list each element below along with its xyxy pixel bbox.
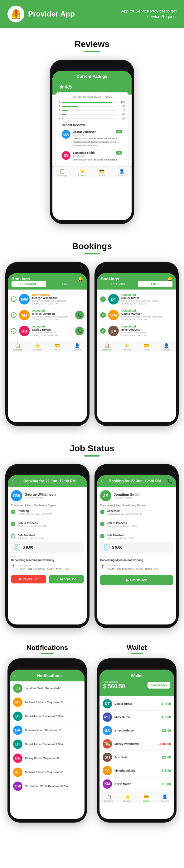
- notif-header: ‹ Notifications: [10, 670, 84, 681]
- booking-phone-btn-2[interactable]: 📞: [75, 311, 84, 319]
- job-step-1-2: ✓ Job In Process Job In Process 22 Jun, …: [11, 522, 84, 527]
- step-content-2-2: Job In Process Job In Process 22 Jun, 20…: [107, 522, 173, 527]
- notifications-section-title: Notifications: [27, 644, 68, 652]
- reviews-phone-row: Current Ratings ★ 4.5 Average Reviews by…: [0, 60, 184, 230]
- booking-phone-btn-3[interactable]: 📞: [75, 327, 84, 335]
- wallet-amount-1: $19.00: [161, 702, 171, 706]
- notif-avatar-7: MJ: [13, 768, 23, 777]
- tab-upcoming[interactable]: UPCOMING: [11, 281, 46, 287]
- wallet-name-7: Kevin Martin: [114, 782, 159, 785]
- send-money-button[interactable]: Send Money: [148, 682, 170, 688]
- address-icon-1: 📍: [11, 564, 16, 569]
- step-divider-3: [102, 517, 102, 522]
- notif-back-icon[interactable]: ‹: [14, 673, 15, 678]
- wallet-balance-amount: $ 560.50: [103, 683, 125, 690]
- account-icon: 👤: [119, 168, 125, 174]
- reject-icon: ✕: [19, 578, 21, 581]
- job-address-row-2: 📍 Job Address HOME - 234 Elm Street, Aus…: [100, 564, 173, 571]
- nav-reviews-w[interactable]: ⭐ Reviews: [118, 794, 137, 802]
- header-left: 🦺 Provider App: [7, 6, 75, 22]
- nav-bookings-3[interactable]: 📋 Bookings: [97, 343, 117, 351]
- reject-job-button[interactable]: ✕ Reject Job: [11, 575, 46, 583]
- bookings-past-phone: Bookings 🔔 UPCOMING PAST ✓ DT Completed …: [95, 262, 179, 426]
- job-header-title-2: Booking for 22 Jun, 12:30 PM: [105, 479, 165, 483]
- job-address-value-2: HOME - 234 Elm Street, Austin, 78701 USA: [107, 567, 158, 571]
- wallet-avatar-7: KM: [103, 779, 112, 789]
- booking-info-1: New Request George Williamson Equipment …: [32, 293, 84, 305]
- bookings-past-screen: Bookings 🔔 UPCOMING PAST ✓ DT Completed …: [97, 273, 176, 422]
- notifications-col: Notifications ‹ Notifications JS Jonatha…: [2, 634, 92, 823]
- past-date-2: 22 Jun, 2024 10:30 AM: [121, 318, 173, 321]
- wallet-balance-info: Total Balance $ 560.50: [103, 680, 125, 690]
- wallet-amount-5: $26.00: [161, 756, 171, 759]
- reviews-avg-text: Average Reviews by 247 People: [59, 95, 125, 98]
- booking-item-3: ✓ DB Accepted Davisy Brown Equipment / H…: [8, 323, 87, 339]
- job-step-1-3: Job Finished Job finished 25 Jun, 2024: [11, 534, 84, 539]
- past-avatar-3: BA: [108, 326, 119, 336]
- job-note-2: Harvesting Machine not working: [100, 559, 173, 562]
- wallet-title: Wallet: [103, 673, 170, 678]
- past-check-2: ✓: [100, 312, 106, 318]
- job-status-underline: [84, 455, 100, 457]
- price-icon-1: 🧾: [14, 544, 21, 551]
- nav-reviews-3[interactable]: ⭐ Reviews: [117, 343, 137, 351]
- job-actions-pending: ✕ Reject Job ✓ Accept Job: [11, 575, 84, 583]
- booking-status-2: Accepted: [32, 309, 73, 312]
- nav-wallet-3[interactable]: 💳 Wallet: [137, 343, 157, 351]
- job-user-row-1: GW George Williamson Service Provider: [11, 490, 84, 501]
- step-dot-1-2: ✓: [11, 522, 15, 526]
- nav-wallet-w[interactable]: 💳 Wallet: [137, 794, 156, 802]
- booking-date-1: 22 Jun, 2024 12:30 PM: [32, 302, 84, 305]
- phone-notch-2: [35, 266, 60, 271]
- nav-wallet[interactable]: 💳 Wallet: [92, 168, 112, 176]
- finish-job-button[interactable]: ▶ Finish Job: [100, 575, 173, 585]
- nav-account[interactable]: 👤 Account: [112, 168, 132, 176]
- bookings-upcoming-screen: Bookings 🔔 UPCOMING PAST GW New Request …: [8, 273, 87, 422]
- tab-upcoming-2[interactable]: UPCOMING: [101, 281, 135, 287]
- past-info-1: Completed Daniel Turner Equipment / Farm…: [121, 293, 173, 305]
- nav-bookings[interactable]: 📋 Bookings: [52, 168, 72, 176]
- address-icon-2: 📍: [100, 564, 105, 569]
- job-header-title-1: Booking for 22 Jun, 12:30 PM: [16, 479, 83, 483]
- reviews-phone-header: Current Ratings: [52, 71, 132, 83]
- back-icon-2[interactable]: ‹: [101, 478, 102, 484]
- job-user-sub-2: Service Provider: [114, 496, 140, 499]
- notif-item-5: DT Daniel Turner Reviewed 4 Star...: [10, 737, 84, 751]
- bar-row-2: 2 35: [59, 105, 125, 108]
- nav-reviews-2[interactable]: ⭐ Reviews: [28, 343, 48, 351]
- nav-bookings-w[interactable]: 📋 Bookings: [100, 794, 118, 802]
- past-booking-item-3: ✓ BA Completed Brian Anderson Equipment …: [97, 323, 176, 339]
- notif-text-3: Daniel Turner Reviewed 5 Star...: [25, 715, 81, 718]
- accept-job-button[interactable]: ✓ Accept Job: [49, 575, 84, 583]
- nav-account-3[interactable]: 👤 Account: [157, 343, 177, 351]
- job-status-phone-row: ‹ Booking for 22 Jun, 12:30 PM GW George…: [0, 464, 184, 634]
- job-step-2-1: ✓ Accepted Accepted 22 Jun, 2024, 03:00 …: [100, 509, 173, 515]
- past-avatar-2: GM: [108, 310, 119, 320]
- notifications-underline: [41, 653, 54, 654]
- current-ratings-title: Current Ratings: [77, 74, 107, 79]
- nav-wallet-2[interactable]: 💳 Wallet: [47, 343, 68, 351]
- booking-avatar-3: DB: [19, 326, 30, 336]
- review-avatar-2: SS: [62, 151, 71, 160]
- job-phone-icon-2[interactable]: 📞: [167, 478, 173, 484]
- nav-reviews[interactable]: ⭐ Reviews: [72, 168, 92, 176]
- booking-avatar-1: GW: [19, 294, 30, 305]
- job-user-avatar-1: GW: [11, 490, 22, 501]
- job-pending-header: ‹ Booking for 22 Jun, 12:30 PM: [8, 475, 87, 487]
- nav-account-2[interactable]: 👤 Account: [68, 343, 87, 351]
- notif-text-2: Michael Johnson Requested !!: [25, 701, 81, 704]
- wallet-name-6: Timothy Adams: [114, 769, 159, 772]
- tab-past[interactable]: PAST: [49, 281, 83, 287]
- wallet-avatar-5: SH: [103, 753, 112, 762]
- notif-text-8: Christopher White Reviewed 5 Star...: [25, 785, 81, 788]
- step-content-2-3: Job Finished Job finished 25 Jun, 2024: [107, 534, 173, 539]
- back-icon-1[interactable]: ‹: [11, 478, 13, 484]
- tab-past-2[interactable]: PAST: [138, 281, 173, 287]
- nav-bookings-2[interactable]: 📋 Bookings: [8, 343, 28, 351]
- job-user-info-2: Jonathan Smith Service Provider: [114, 493, 140, 499]
- booking-avatar-2: MJ: [19, 310, 30, 320]
- past-check-3: ✓: [100, 328, 106, 334]
- bookings-phone-row: Bookings 🔔 UPCOMING PAST GW New Request …: [0, 262, 184, 432]
- nav-account-w[interactable]: 👤 Account: [155, 794, 174, 802]
- step-content-1-1: Pending Pending 22 Jun, 2024, 03:00 PM: [18, 509, 84, 515]
